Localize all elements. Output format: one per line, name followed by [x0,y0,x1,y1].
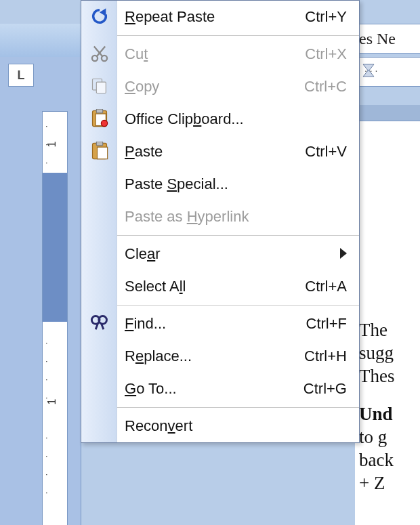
menu-item-shortcut: Ctrl+V [305,143,347,161]
menu-item-label: Replace... [125,348,192,364]
copy-icon [90,77,109,96]
left-gutter [0,57,38,525]
menu-item-cut: CutCtrl+X [81,38,359,70]
ruler-number: 1 [47,399,58,405]
doc-line-bold: Und [359,404,393,424]
menu-item-label: Paste as Hyperlink [125,208,249,225]
menu-separator [117,407,359,408]
menu-item-reconvert[interactable]: Reconvert [81,410,359,442]
doc-line: The [359,318,420,341]
menu-item-label: Reconvert [125,417,192,434]
menu-item-clear[interactable]: Clear [81,238,359,270]
menu-item-office-clip[interactable]: Office Clipboard... [81,103,359,135]
doc-line: back [359,448,420,471]
doc-top-shadow [359,105,420,121]
document-text-fragment: The sugg Thes Und to g back + Z [355,318,420,525]
doc-line: Thes [359,364,420,387]
clipboard-icon [90,109,109,128]
menu-item-replace[interactable]: Replace...Ctrl+H [81,340,359,373]
menu-item-label: Copy [125,78,159,95]
menu-item-shortcut: Ctrl+A [305,278,347,295]
menu-item-paste-special[interactable]: Paste Special... [81,168,359,201]
indent-marker-icon[interactable] [360,62,377,78]
doc-line: to g [359,425,420,448]
menu-item-label: Office Clipboard... [125,110,244,127]
menu-item-shortcut: Ctrl+G [303,380,347,398]
menu-item-shortcut: Ctrl+Y [305,8,347,26]
menu-item-label: Clear [125,245,161,262]
menu-item-find[interactable]: Find...Ctrl+F [81,308,359,340]
paste-icon [90,142,109,161]
edit-menu: Repeat PasteCtrl+YCutCtrl+XCopyCtrl+COff… [81,0,360,443]
menu-item-label: Cut [125,45,148,62]
menu-item-goto[interactable]: Go To...Ctrl+G [81,373,359,405]
menu-item-shortcut: Ctrl+C [304,78,347,96]
horizontal-ruler-fragment: · · · [358,57,420,87]
doc-line: sugg [359,341,420,364]
menu-separator [117,305,359,306]
cut-icon [90,44,109,63]
repeat-icon [90,7,109,26]
find-icon [90,314,109,333]
menu-item-label: Paste Special... [125,175,228,192]
menu-item-shortcut: Ctrl+H [304,348,347,365]
menu-item-label: Find... [125,315,166,332]
menu-item-label: Go To... [125,380,177,397]
menu-item-paste[interactable]: PasteCtrl+V [81,135,359,168]
menu-separator [117,35,359,36]
doc-line: + Z [359,471,420,495]
vertical-ruler[interactable]: ···· 1 ···· 1 ···· [42,111,68,525]
ruler-number: 1 [47,142,58,148]
menu-item-copy: CopyCtrl+C [81,70,359,103]
menu-separator [117,235,359,236]
submenu-arrow-icon [340,248,347,259]
menu-item-label: Select All [125,278,186,295]
menu-item-shortcut: Ctrl+F [306,315,348,333]
menu-item-label: Paste [125,143,163,160]
ruler-selection [43,173,67,322]
menu-item-label: Repeat Paste [125,8,215,25]
ruler-origin-box[interactable]: L [8,64,34,87]
font-family-selector[interactable]: es Ne [353,24,420,54]
menu-item-repeat-paste[interactable]: Repeat PasteCtrl+Y [81,1,359,33]
ruler-origin-label: L [18,69,25,81]
svg-marker-1 [363,70,374,77]
menu-item-paste-link: Paste as Hyperlink [81,201,359,233]
menu-item-shortcut: Ctrl+X [305,45,347,63]
menu-item-select-all[interactable]: Select AllCtrl+A [81,270,359,303]
